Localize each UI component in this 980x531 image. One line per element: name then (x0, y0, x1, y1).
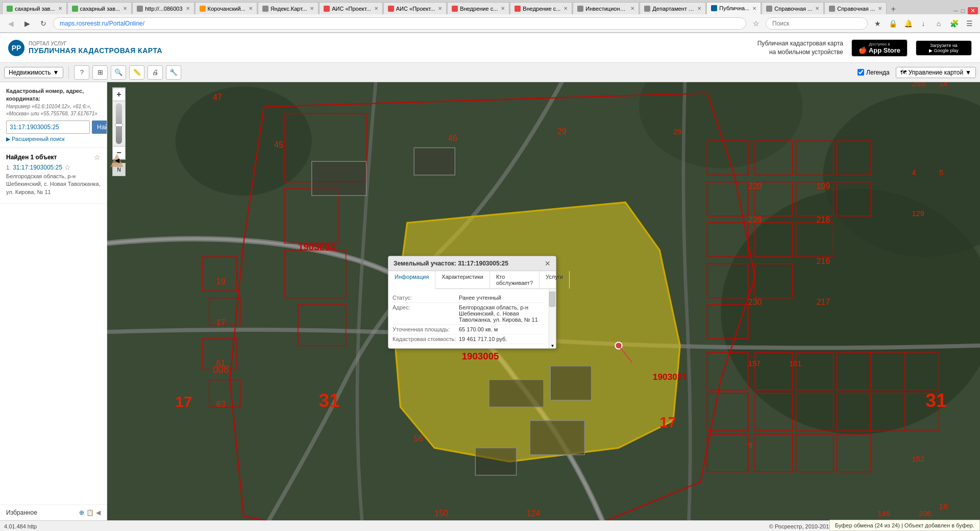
tab-7[interactable]: АИС «Проект... ✕ (383, 2, 447, 14)
menu-icon[interactable]: ☰ (963, 17, 976, 30)
scroll-down-arrow[interactable]: ▼ (549, 344, 556, 348)
tab-4[interactable]: Корочанский... ✕ (195, 2, 257, 14)
logo-main-text: ПУБЛИЧНАЯ КАДАСТРОВАЯ КАРТА (29, 46, 162, 55)
new-tab-button[interactable]: + (887, 4, 899, 14)
zoom-to-extent-button[interactable]: ⊞ (92, 65, 108, 80)
result-link-1[interactable]: 31:17:1903005:25 (13, 164, 62, 171)
tab-close-6[interactable]: ✕ (374, 6, 378, 11)
measure-button[interactable]: 📏 (129, 65, 144, 80)
popup-scrollbar[interactable]: ▼ (549, 289, 556, 348)
favorites-actions: ⊕ 📋 ◀ (79, 509, 101, 516)
tab-label-6: АИС «Проект... (332, 6, 371, 12)
svg-text:150: 150 (434, 509, 448, 518)
popup-tab-info[interactable]: Информация (388, 271, 435, 289)
svg-text:008: 008 (213, 364, 229, 375)
pan-left-arrow[interactable]: ◀ (110, 154, 124, 167)
tab-5[interactable]: Яндекс.Карт... ✕ (258, 2, 318, 14)
svg-text:29: 29 (557, 127, 567, 136)
refresh-button[interactable]: ↻ (37, 17, 50, 30)
zoom-slider[interactable] (116, 103, 122, 144)
sidebar-hide-icon[interactable]: ◀ (96, 509, 101, 516)
property-type-dropdown[interactable]: Недвижимость ▼ (4, 67, 63, 78)
search-row: Найти (6, 120, 101, 134)
svg-text:255: 255 (912, 82, 925, 88)
popup-value-status: Ранее учтенный (459, 295, 545, 301)
result-star-icon[interactable]: ☆ (64, 163, 71, 172)
tab-13[interactable]: Справочная ... ✕ (762, 2, 824, 14)
extension-icon[interactable]: 🧩 (947, 17, 961, 30)
manage-map-label: Управление картой (909, 69, 963, 76)
tab-10[interactable]: Инвестиционных... ✕ (573, 2, 639, 14)
star-icon[interactable]: ★ (871, 17, 884, 30)
advanced-search-link[interactable]: ▶ Расширенный поиск (6, 136, 101, 142)
browser-search-input[interactable] (766, 17, 868, 30)
result-number: 1. (6, 164, 11, 171)
tab-6[interactable]: АИС «Проект... ✕ (319, 2, 383, 14)
tab-2[interactable]: сахарный зав... ✕ (67, 2, 132, 14)
favorites-add-icon[interactable]: ⊕ (79, 509, 84, 516)
print-button[interactable]: 🖨 (148, 65, 163, 80)
tab-8[interactable]: Внедрение с... ✕ (447, 2, 509, 14)
google-play-badge[interactable]: Загрузите на ▶ Google play (916, 40, 972, 56)
tab-9[interactable]: Внедрение с... ✕ (510, 2, 572, 14)
home-icon[interactable]: ⌂ (932, 17, 945, 30)
legend-checkbox[interactable] (857, 69, 864, 76)
address-input[interactable] (53, 17, 746, 30)
svg-text:206: 206 (919, 510, 932, 518)
tab-11[interactable]: Департамент им... ✕ (640, 2, 706, 14)
app-store-badge[interactable]: Доступно в 🍎 App Store (851, 39, 908, 57)
tab-close-14[interactable]: ✕ (878, 6, 882, 11)
popup-tab-services[interactable]: Услуги (540, 271, 570, 288)
zoom-slider-thumb[interactable] (115, 124, 123, 127)
close-window-button[interactable]: ✕ (968, 7, 978, 14)
favorites-label: Избранное (6, 509, 37, 516)
minimize-button[interactable]: ─ (953, 7, 958, 14)
shield-icon[interactable]: 🔒 (886, 17, 899, 30)
tab-12-active[interactable]: Публична... ✕ (706, 2, 761, 14)
tab-close-12[interactable]: ✕ (752, 6, 756, 11)
popup-tab-characteristics[interactable]: Характеристики (435, 271, 490, 288)
tab-14[interactable]: Справочная ... ✕ (824, 2, 887, 14)
back-button[interactable]: ◀ (4, 17, 17, 30)
address-bar-row: ◀ ▶ ↻ ☆ ★ 🔒 🔔 ↓ ⌂ 🧩 ☰ (0, 14, 980, 33)
popup-close-button[interactable]: ✕ (545, 259, 551, 268)
favorites-list-icon[interactable]: 📋 (86, 509, 94, 516)
tab-close-2[interactable]: ✕ (123, 6, 127, 11)
svg-text:1903004: 1903004 (298, 242, 335, 252)
bookmark-button[interactable]: ☆ (749, 17, 763, 30)
tab-close-8[interactable]: ✕ (501, 6, 505, 11)
tab-close-1[interactable]: ✕ (58, 6, 62, 11)
svg-text:45: 45 (274, 140, 283, 149)
popup-tab-service[interactable]: Кто обслуживает? (490, 271, 540, 288)
find-button[interactable]: Найти (92, 120, 107, 134)
settings-tool-button[interactable]: 🔧 (166, 65, 181, 80)
svg-text:109: 109 (816, 181, 830, 190)
bell-icon[interactable]: 🔔 (901, 17, 915, 30)
tab-close-11[interactable]: ✕ (697, 6, 701, 11)
legend-checkbox-label[interactable]: Легенда (857, 69, 890, 76)
tab-close-3[interactable]: ✕ (186, 6, 190, 11)
popup-title: Земельный участок: 31:17:1903005:25 (394, 260, 508, 267)
tab-3[interactable]: http://...086003 ✕ (132, 2, 194, 14)
scrollbar-thumb[interactable] (549, 292, 555, 307)
svg-point-3 (176, 86, 312, 196)
results-star-icon[interactable]: ☆ (94, 153, 101, 161)
info-popup: Земельный участок: 31:17:1903005:25 ✕ Ин… (388, 256, 556, 349)
download-icon[interactable]: ↓ (917, 17, 930, 30)
tab-close-7[interactable]: ✕ (438, 6, 442, 11)
zoom-in-button[interactable]: + (112, 88, 126, 101)
tab-close-10[interactable]: ✕ (630, 6, 634, 11)
forward-button[interactable]: ▶ (20, 17, 34, 30)
identify-button[interactable]: 🔍 (111, 65, 126, 80)
maximize-button[interactable]: □ (961, 7, 965, 14)
tab-close-9[interactable]: ✕ (564, 6, 568, 11)
help-button[interactable]: ? (74, 65, 89, 80)
manage-map-button[interactable]: 🗺 Управление картой ▼ (896, 67, 976, 78)
tab-close-5[interactable]: ✕ (310, 6, 314, 11)
tab-1[interactable]: сахарный зав... ✕ (2, 2, 67, 14)
tab-close-13[interactable]: ✕ (815, 6, 819, 11)
tab-close-4[interactable]: ✕ (249, 6, 253, 11)
cadastral-search-input[interactable] (6, 120, 90, 134)
map-area[interactable]: 1903004 1903005 1903021 45 46 29 47 255 … (107, 82, 980, 520)
popup-value-address: Белгородская область, р-н Шебекинский, с… (459, 304, 545, 323)
